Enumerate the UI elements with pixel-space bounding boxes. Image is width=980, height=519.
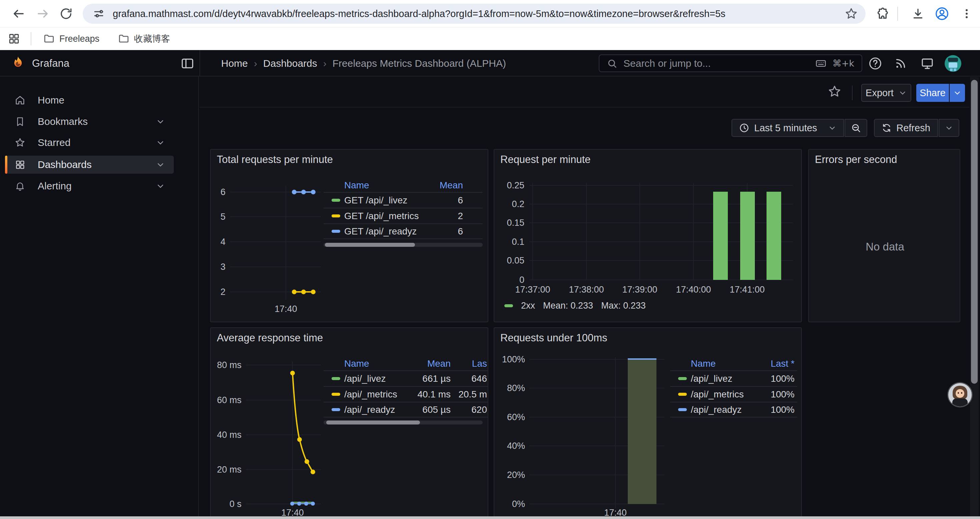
- col-header-name[interactable]: Name: [344, 358, 407, 369]
- series-name: /api/_readyz: [691, 404, 770, 415]
- series-name: GET /api/_metrics: [344, 211, 458, 222]
- page-scrollbar-thumb[interactable]: [971, 80, 978, 384]
- y-tick: 40 ms: [213, 430, 242, 440]
- floating-assistant-avatar[interactable]: [948, 383, 972, 406]
- table-row[interactable]: /api/_readyz 605 µs 620: [323, 402, 488, 417]
- table-row[interactable]: /api/_readyz 100%: [670, 402, 797, 417]
- star-icon: [14, 137, 26, 148]
- table-row[interactable]: /api/_metrics 40.1 ms 20.5 m: [323, 386, 488, 402]
- col-header-last[interactable]: Last *: [770, 358, 795, 369]
- sidebar-item-bookmarks[interactable]: Bookmarks: [5, 113, 174, 131]
- apps-grid-icon[interactable]: [6, 31, 22, 47]
- zoom-out-button[interactable]: [845, 119, 867, 137]
- y-tick: 5: [212, 212, 226, 222]
- chart-legend[interactable]: 2xx Mean: 0.233 Max: 0.233: [504, 300, 646, 311]
- y-tick: 6: [212, 187, 226, 197]
- chevron-down-icon[interactable]: [156, 138, 165, 147]
- bookmark-folder-freeleaps[interactable]: Freeleaps: [39, 31, 104, 46]
- col-header-name[interactable]: Name: [344, 180, 440, 191]
- table-scrollbar[interactable]: [323, 243, 483, 247]
- panel-average-response-time[interactable]: Average response time 80 ms 60 ms 40 ms …: [210, 327, 488, 519]
- reload-icon[interactable]: [56, 4, 76, 24]
- panel-requests-under-100ms[interactable]: Requests under 100ms 100% 80% 60% 40% 20…: [494, 327, 802, 519]
- series-dash-blue: [332, 230, 340, 233]
- legend-series-name[interactable]: 2xx: [521, 300, 535, 311]
- series-dash-blue: [332, 408, 340, 411]
- table-row[interactable]: /api/_livez 100%: [670, 370, 797, 386]
- extensions-icon[interactable]: [873, 4, 893, 24]
- bookmark-star-icon[interactable]: [841, 4, 861, 24]
- series-mean: 6: [458, 226, 463, 237]
- sidebar-item-home[interactable]: Home: [5, 91, 174, 109]
- table-row[interactable]: /api/_metrics 100%: [670, 386, 797, 402]
- col-header-name[interactable]: Name: [691, 358, 770, 369]
- table-row[interactable]: GET /api/_metrics 2: [323, 208, 483, 224]
- breadcrumb-separator: ›: [317, 58, 332, 69]
- chevron-down-icon[interactable]: [156, 117, 165, 126]
- table-row[interactable]: GET /api/_readyz 6: [323, 224, 483, 239]
- refresh-interval-button[interactable]: [939, 119, 959, 137]
- panel-request-per-minute[interactable]: Request per minute 0.25 0.2 0.15: [494, 149, 802, 322]
- sidebar-item-dashboards[interactable]: Dashboards: [5, 156, 174, 174]
- series-name: /api/_livez: [691, 374, 770, 384]
- y-tick: 2: [212, 287, 226, 297]
- y-tick: 40%: [496, 441, 525, 451]
- url-text: grafana.mathmast.com/d/deytv4rwavabkb/fr…: [113, 8, 725, 19]
- table-scrollbar-thumb[interactable]: [325, 243, 415, 247]
- share-button[interactable]: Share: [916, 84, 949, 102]
- sidebar: Home Bookmarks Starred Dashboards Alerti: [0, 77, 199, 516]
- series-mean: 605 µs: [407, 404, 451, 415]
- breadcrumb-dashboards[interactable]: Dashboards: [263, 58, 317, 69]
- bookmark-folder-blogs[interactable]: 收藏博客: [113, 31, 175, 46]
- profile-icon[interactable]: [932, 4, 952, 24]
- dock-menu-icon[interactable]: [180, 56, 195, 71]
- col-header-last[interactable]: Las: [451, 358, 488, 369]
- series-last: 20.5 m: [451, 389, 488, 400]
- share-label: Share: [920, 88, 945, 99]
- sidebar-item-starred[interactable]: Starred: [5, 134, 174, 152]
- refresh-button[interactable]: Refresh: [874, 119, 938, 137]
- series-dash-yellow: [678, 393, 687, 396]
- export-button[interactable]: Export: [861, 84, 911, 102]
- user-avatar[interactable]: [945, 55, 961, 72]
- chevron-down-icon[interactable]: [156, 160, 165, 169]
- table-row[interactable]: GET /api/_livez 6: [323, 192, 483, 208]
- share-menu-button[interactable]: [950, 84, 965, 102]
- download-icon[interactable]: [908, 4, 928, 24]
- panel-title[interactable]: Errors per second: [815, 153, 897, 166]
- active-indicator: [5, 156, 7, 174]
- favorite-star-icon[interactable]: [827, 84, 842, 99]
- bookmark-label: 收藏博客: [134, 33, 170, 45]
- search-input[interactable]: Search or jump to... ⌘+k: [599, 54, 862, 72]
- refresh-label: Refresh: [896, 123, 930, 134]
- col-header-mean[interactable]: Mean: [440, 180, 463, 191]
- site-settings-icon[interactable]: [93, 8, 105, 20]
- help-icon[interactable]: [867, 56, 883, 72]
- back-icon[interactable]: [9, 4, 29, 24]
- breadcrumb-home[interactable]: Home: [221, 58, 248, 69]
- panel-total-requests[interactable]: Total requests per minute 6 5 4 3 2 17:4…: [210, 149, 488, 322]
- sidebar-item-alerting[interactable]: Alerting: [5, 177, 174, 195]
- table-scrollbar-thumb[interactable]: [326, 420, 420, 425]
- page-scrollbar[interactable]: [970, 77, 978, 516]
- address-bar[interactable]: grafana.mathmast.com/d/deytv4rwavabkb/fr…: [83, 4, 865, 24]
- time-range-picker[interactable]: Last 5 minutes: [732, 119, 844, 137]
- y-tick: 0.2: [498, 199, 524, 209]
- bell-icon: [14, 180, 26, 192]
- grafana-logo[interactable]: [10, 56, 26, 72]
- kiosk-monitor-icon[interactable]: [919, 56, 935, 72]
- breadcrumb: Home › Dashboards › Freeleaps Metrics Da…: [221, 50, 506, 77]
- legend-table: Name Last * /api/_livez 100% /api/_metri…: [670, 357, 797, 417]
- news-rss-icon[interactable]: [892, 56, 908, 72]
- home-icon: [14, 94, 26, 106]
- grafana-brand[interactable]: Grafana: [32, 57, 69, 69]
- chevron-down-icon[interactable]: [156, 181, 165, 191]
- avatar-hair: [948, 58, 958, 62]
- col-header-mean[interactable]: Mean: [407, 358, 451, 369]
- forward-icon[interactable]: [33, 4, 53, 24]
- browser-menu-icon[interactable]: [957, 4, 977, 24]
- panel-errors-per-second[interactable]: Errors per second No data: [808, 149, 960, 322]
- chevron-down-icon: [945, 124, 953, 132]
- table-scrollbar[interactable]: [323, 420, 483, 425]
- table-row[interactable]: /api/_livez 661 µs 646: [323, 370, 488, 386]
